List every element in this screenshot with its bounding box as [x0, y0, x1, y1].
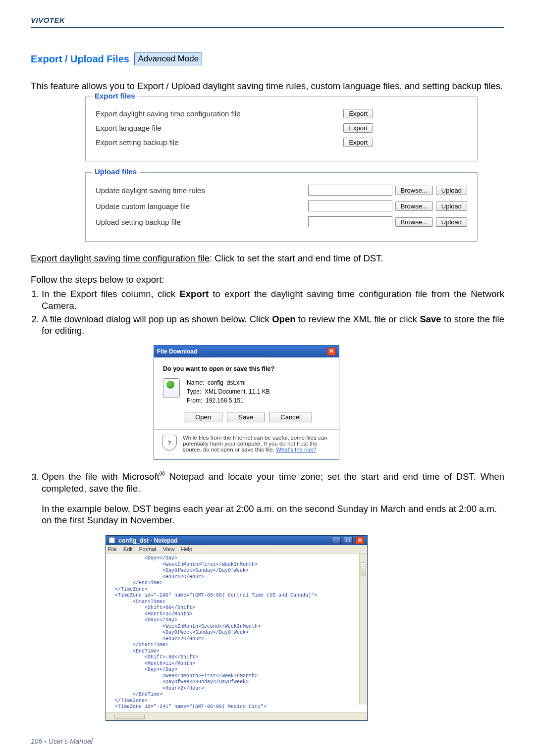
upload-lang-label: Update custom language file: [96, 202, 308, 210]
steps-list: In the Export files column, click Export…: [31, 288, 504, 336]
horizontal-scrollbar[interactable]: [106, 712, 367, 720]
table-row: Update daylight saving time rules Browse…: [96, 185, 467, 196]
list-item: Open the file with Microsoft® Notepad an…: [42, 469, 504, 494]
page-footer: 106 - User's Manual: [31, 737, 93, 745]
notepad-menu: File Edit Format View Help: [106, 545, 367, 554]
table-row: Upload setting backup file Browse... Upl…: [96, 216, 467, 227]
section-heading: Export / Upload Files: [31, 53, 129, 65]
table-row: Export language file Export: [96, 123, 467, 133]
cancel-button[interactable]: Cancel: [269, 412, 312, 422]
export-lang-button[interactable]: Export: [343, 123, 373, 133]
upload-backup-field[interactable]: [308, 216, 392, 227]
table-row: Update custom language file Browse... Up…: [96, 201, 467, 211]
notepad-title: config_dst - Notepad: [118, 537, 177, 544]
browse-lang-button[interactable]: Browse...: [395, 202, 433, 211]
from-value: 192.168.5.151: [206, 397, 244, 404]
close-icon[interactable]: ✕: [327, 348, 336, 355]
upload-lang-field[interactable]: [308, 201, 392, 211]
step3-part-a: Open the file with Microsoft: [42, 472, 160, 482]
shield-icon: ?: [162, 435, 177, 451]
vertical-scrollbar[interactable]: [359, 554, 367, 705]
export-legend: Export files: [92, 92, 138, 100]
upload-backup-button[interactable]: Upload: [436, 217, 467, 227]
menu-format[interactable]: Format: [139, 546, 157, 552]
upload-legend: Upload files: [92, 167, 140, 176]
file-type-icon: [163, 378, 180, 398]
instruction-rest: : Click to set the start and end time of…: [210, 253, 383, 263]
maximize-icon[interactable]: □: [344, 537, 353, 544]
table-row: Export setting backup file Export: [96, 138, 467, 147]
type-label: Type:: [187, 388, 201, 395]
browse-backup-button[interactable]: Browse...: [395, 217, 433, 227]
notepad-content[interactable]: <Day></Day> <WeekInMonth>First</WeekInMo…: [106, 554, 367, 712]
menu-edit[interactable]: Edit: [123, 546, 133, 552]
name-label: Name:: [187, 379, 204, 386]
follow-steps-heading: Follow the steps below to export:: [31, 274, 504, 285]
upload-dst-button[interactable]: Upload: [436, 186, 467, 195]
export-dst-button[interactable]: Export: [343, 109, 373, 118]
upload-lang-button[interactable]: Upload: [436, 202, 467, 211]
step2-bold-open: Open: [272, 314, 295, 324]
upload-dst-field[interactable]: [308, 185, 392, 196]
upload-dst-label: Update daylight saving time rules: [96, 186, 308, 195]
open-button[interactable]: Open: [184, 412, 222, 422]
upload-backup-label: Upload setting backup file: [96, 218, 308, 226]
export-backup-button[interactable]: Export: [343, 138, 373, 147]
notepad-icon: [109, 537, 115, 543]
list-item: In the Export files column, click Export…: [42, 288, 504, 311]
example-text: In the example below, DST begins each ye…: [42, 503, 504, 526]
export-files-panel: Export files Export daylight saving time…: [85, 97, 478, 161]
step2-part-c: to review the XML file or click: [295, 314, 420, 324]
close-icon[interactable]: ✕: [355, 537, 364, 544]
step2-bold-save: Save: [420, 314, 441, 324]
upload-files-panel: Upload files Update daylight saving time…: [85, 172, 478, 242]
minimize-icon[interactable]: _: [332, 537, 341, 544]
intro-text: This feature allows you to Export / Uplo…: [31, 80, 504, 92]
browse-dst-button[interactable]: Browse...: [395, 186, 433, 195]
registered-mark: ®: [160, 469, 165, 478]
export-dst-label: Export daylight saving time configuratio…: [96, 109, 340, 118]
menu-help[interactable]: Help: [181, 546, 192, 552]
step2-part-a: A file download dialog will pop up as sh…: [42, 314, 272, 324]
save-button[interactable]: Save: [227, 412, 265, 422]
type-value: XML Document, 11.1 KB: [205, 388, 270, 395]
file-download-dialog: File Download ✕ Do you want to open or s…: [154, 345, 339, 460]
dialog-question: Do you want to open or save this file?: [163, 365, 330, 372]
dialog-title: File Download: [157, 348, 197, 355]
whats-the-risk-link[interactable]: What's the risk?: [276, 447, 316, 453]
table-row: Export daylight saving time configuratio…: [96, 109, 467, 118]
menu-view[interactable]: View: [163, 546, 175, 552]
list-item: A file download dialog will pop up as sh…: [42, 313, 504, 336]
from-label: From:: [187, 397, 202, 404]
export-backup-label: Export setting backup file: [96, 138, 340, 147]
menu-file[interactable]: File: [108, 546, 117, 552]
instruction-underline: Export daylight saving time configuratio…: [31, 253, 210, 263]
export-lang-label: Export language file: [96, 124, 340, 132]
mode-badge: Advanced Mode: [134, 52, 202, 65]
notepad-window: config_dst - Notepad _ □ ✕ File Edit For…: [106, 535, 368, 721]
step1-part-a: In the Export files column, click: [42, 289, 179, 299]
brand-name: VIVOTEK: [31, 16, 65, 24]
steps-list-cont: Open the file with Microsoft® Notepad an…: [31, 469, 504, 494]
step1-bold: Export: [179, 289, 209, 299]
name-value: config_dst.xml: [208, 379, 246, 386]
